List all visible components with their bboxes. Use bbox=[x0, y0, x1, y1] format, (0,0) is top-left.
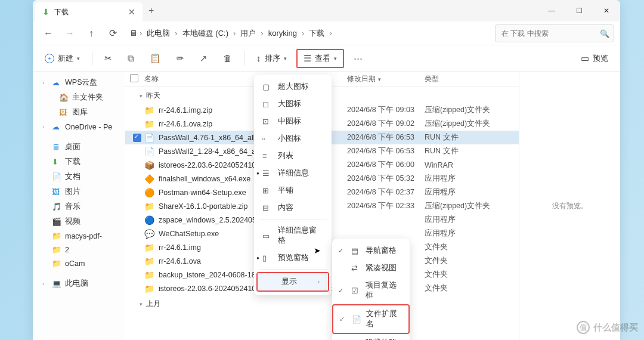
chevron-right-icon: › bbox=[233, 29, 236, 38]
cut-button[interactable]: ✂ bbox=[98, 49, 118, 68]
sidebar-item[interactable]: 🖼图库 bbox=[33, 105, 125, 120]
file-date: 2024/6/8 下午 09:03 bbox=[347, 105, 425, 115]
paste-icon: 📋 bbox=[150, 53, 161, 64]
share-button[interactable]: ↗ bbox=[194, 49, 213, 68]
file-date: 2024/6/8 下午 05:32 bbox=[347, 174, 425, 184]
breadcrumb-item[interactable]: koryking bbox=[266, 27, 299, 39]
menu-item[interactable]: ●☰详细信息 bbox=[254, 165, 332, 182]
menu-item[interactable]: ▭详细信息窗格 bbox=[254, 222, 332, 249]
breadcrumb[interactable]: 🖥 › 此电脑 › 本地磁盘 (C:) › 用户 › koryking › 下载… bbox=[125, 27, 493, 40]
col-date[interactable]: 修改日期▾ bbox=[347, 74, 425, 84]
delete-button[interactable]: 🗑 bbox=[217, 49, 238, 68]
col-type[interactable]: 类型 bbox=[425, 74, 502, 84]
sidebar-item[interactable]: ⬇下载 bbox=[33, 154, 125, 169]
chevron-right-icon: › bbox=[302, 29, 304, 38]
sidebar-item[interactable]: ›☁OneDrive - Pe bbox=[33, 120, 125, 134]
submenu-icon: 📄 bbox=[352, 315, 361, 324]
menu-label: 大图标 bbox=[278, 99, 301, 109]
file-type: 压缩(zipped)文件夹 bbox=[425, 105, 502, 115]
refresh-button[interactable]: ⟳ bbox=[103, 24, 122, 43]
sidebar-label: OneDrive - Pe bbox=[65, 123, 112, 131]
preview-toggle-button[interactable]: ▭ 预览 bbox=[575, 49, 614, 68]
back-button[interactable]: ← bbox=[39, 24, 58, 43]
folder-icon: 🎬 bbox=[52, 217, 61, 226]
menu-item[interactable]: ●▯预览窗格 bbox=[254, 249, 332, 267]
submenu-label: 紧凑视图 bbox=[366, 263, 397, 273]
sidebar-item[interactable]: 🖥桌面 bbox=[33, 140, 125, 154]
menu-item[interactable]: ▢超大图标 bbox=[254, 78, 332, 95]
sidebar-item[interactable]: ›☁WPS云盘 bbox=[33, 75, 125, 90]
menu-item[interactable]: 显示› bbox=[258, 273, 328, 290]
close-button[interactable]: ✕ bbox=[593, 0, 620, 21]
sidebar-label: 此电脑 bbox=[65, 279, 88, 289]
more-button[interactable]: ⋯ bbox=[348, 49, 369, 68]
file-type: WinRAR bbox=[425, 161, 502, 169]
file-icon: 🔵 bbox=[144, 215, 156, 225]
breadcrumb-item[interactable]: 用户 bbox=[238, 27, 258, 40]
menu-label: 详细信息窗格 bbox=[278, 225, 323, 246]
breadcrumb-item[interactable]: 下载 bbox=[306, 27, 327, 40]
display-submenu: ✓▤导航窗格⇄紧凑视图✓☑项目复选框✓📄文件扩展名👁隐藏的项目 bbox=[332, 239, 410, 340]
sidebar-item[interactable]: 📄文档 bbox=[33, 169, 125, 184]
sidebar-item[interactable]: 🎬视频 bbox=[33, 214, 125, 229]
col-checkbox[interactable] bbox=[130, 74, 144, 84]
close-tab-icon[interactable]: ✕ bbox=[128, 7, 135, 17]
copy-button[interactable]: ⧉ bbox=[122, 49, 140, 68]
menu-icon: ◻ bbox=[262, 100, 272, 109]
file-icon: 📁 bbox=[144, 106, 156, 115]
folder-icon: ☁ bbox=[52, 122, 61, 131]
breadcrumb-item[interactable]: 此电脑 bbox=[144, 27, 172, 40]
menu-item[interactable]: ⊟内容 bbox=[254, 199, 332, 217]
sidebar-label: 音乐 bbox=[65, 202, 80, 212]
checkbox-icon[interactable] bbox=[133, 134, 141, 142]
tab[interactable]: ⬇ 下载 ✕ bbox=[35, 2, 143, 21]
folder-icon: 🏠 bbox=[59, 93, 69, 102]
rename-button[interactable]: ✏ bbox=[171, 49, 190, 68]
search-icon: 🔍 bbox=[600, 29, 609, 38]
sidebar-item[interactable]: ›💻此电脑 bbox=[33, 276, 125, 291]
submenu-item[interactable]: ✓📄文件扩展名 bbox=[333, 305, 408, 333]
menu-item[interactable]: ◻大图标 bbox=[254, 95, 332, 113]
sidebar-item[interactable]: 📁oCam bbox=[33, 256, 125, 270]
watermark-icon: 值 bbox=[577, 321, 590, 334]
menu-item[interactable]: ▫小图标 bbox=[254, 130, 332, 147]
up-button[interactable]: ↑ bbox=[82, 24, 101, 43]
submenu-item[interactable]: 👁隐藏的项目 bbox=[332, 334, 410, 340]
group-last-month[interactable]: ▾ 上月 bbox=[125, 295, 519, 311]
file-icon: 📦 bbox=[144, 160, 156, 170]
sort-button[interactable]: ↕ 排序 ▾ bbox=[250, 49, 293, 68]
more-icon: ⋯ bbox=[354, 53, 363, 64]
rename-icon: ✏ bbox=[177, 53, 184, 64]
maximize-button[interactable]: ☐ bbox=[565, 0, 593, 21]
chevron-right-icon: › bbox=[175, 29, 177, 38]
file-icon: 📄 bbox=[144, 133, 156, 143]
folder-icon: 🖥 bbox=[52, 143, 61, 152]
submenu-item[interactable]: ✓☑项目复选框 bbox=[332, 277, 410, 304]
menu-item[interactable]: ≡列表 bbox=[254, 147, 332, 165]
sidebar-item[interactable]: 🏠主文件夹 bbox=[33, 90, 125, 105]
new-tab-button[interactable]: + bbox=[148, 5, 154, 16]
paste-button[interactable]: 📋 bbox=[144, 49, 167, 68]
sidebar-label: 图片 bbox=[65, 187, 80, 197]
sidebar-item[interactable]: 🎵音乐 bbox=[33, 199, 125, 214]
checkbox-icon[interactable] bbox=[130, 74, 138, 82]
menu-item[interactable]: ⊡中图标 bbox=[254, 113, 332, 130]
download-icon: ⬇ bbox=[42, 7, 49, 17]
sidebar-item[interactable]: 📁macys-pdf- bbox=[33, 229, 125, 243]
check-icon: ✓ bbox=[339, 316, 347, 323]
view-button[interactable]: ☰ 查看 ▾ bbox=[296, 49, 344, 68]
sidebar-item[interactable]: 🖼图片 bbox=[33, 184, 125, 199]
menu-item[interactable]: ⊞平铺 bbox=[254, 182, 332, 199]
menu-icon: ▢ bbox=[262, 82, 272, 91]
breadcrumb-item[interactable]: 本地磁盘 (C:) bbox=[180, 27, 231, 40]
submenu-item[interactable]: ⇄紧凑视图 bbox=[332, 259, 410, 277]
sort-label: 排序 bbox=[265, 53, 280, 64]
sidebar-item[interactable]: 📁2 bbox=[33, 243, 125, 256]
forward-button[interactable]: → bbox=[60, 24, 79, 43]
view-icon: ☰ bbox=[304, 53, 311, 64]
minimize-button[interactable]: — bbox=[538, 0, 565, 21]
search-input[interactable] bbox=[495, 24, 614, 42]
toolbar: + 新建 ▾ ✂ ⧉ 📋 ✏ ↗ 🗑 ↕ 排序 ▾ ☰ 查看 ▾ ⋯ ▭ 预览 bbox=[33, 45, 620, 72]
new-button[interactable]: + 新建 ▾ bbox=[39, 49, 86, 68]
submenu-item[interactable]: ✓▤导航窗格 bbox=[332, 242, 410, 259]
